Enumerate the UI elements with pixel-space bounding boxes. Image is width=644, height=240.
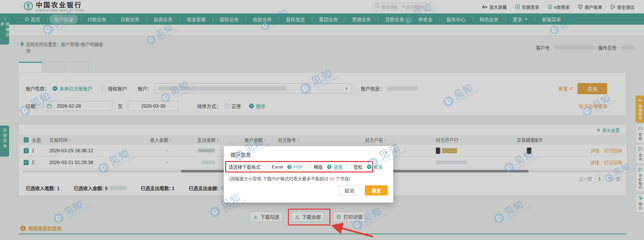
radio-icon[interactable]	[307, 165, 312, 169]
radio-icon[interactable]	[265, 165, 270, 169]
radio-label: Excel	[272, 164, 283, 169]
modal-overlay[interactable]	[0, 0, 644, 240]
format-radio[interactable]: 紧凑	[367, 163, 382, 170]
radio-icon[interactable]	[367, 165, 371, 169]
format-radio[interactable]: Excel	[265, 163, 283, 170]
format-radio[interactable]: 竖版	[327, 163, 343, 170]
radio-label: 宽松	[353, 163, 363, 170]
format-radio[interactable]: 宽松	[347, 163, 363, 170]
dialog-title: 提示信息	[231, 151, 251, 158]
radio-label: PDF	[294, 164, 303, 169]
radio-icon[interactable]	[327, 165, 331, 169]
format-radio[interactable]: 横版	[307, 163, 323, 170]
radio-label: 横版	[314, 163, 323, 170]
download-format-dialog: 提示信息 × 请选择下载格式: Excel PDF 横版	[224, 146, 393, 203]
format-options: 请选择下载格式: Excel PDF 横版 竖版	[229, 162, 372, 171]
note-limit-value: 10	[330, 176, 334, 181]
cancel-button[interactable]: 取消	[339, 185, 360, 195]
radio-icon[interactable]	[287, 165, 292, 169]
confirm-button[interactable]: 确定	[365, 185, 388, 195]
format-radio[interactable]: PDF	[287, 163, 303, 170]
radio-label: 竖版	[333, 163, 343, 170]
dialog-note: (因版面大小受限,下载PDF格式时表头最多不能超过 10 个字段)	[229, 175, 350, 182]
radio-label: 紧凑	[373, 163, 382, 170]
app-root: 中国农业银行 AGRICULTURAL BANK OF CHINA 查找功能、产…	[0, 0, 644, 240]
format-label: 请选择下载格式:	[229, 163, 262, 170]
radio-icon[interactable]	[347, 165, 351, 169]
close-icon[interactable]: ×	[384, 150, 388, 156]
